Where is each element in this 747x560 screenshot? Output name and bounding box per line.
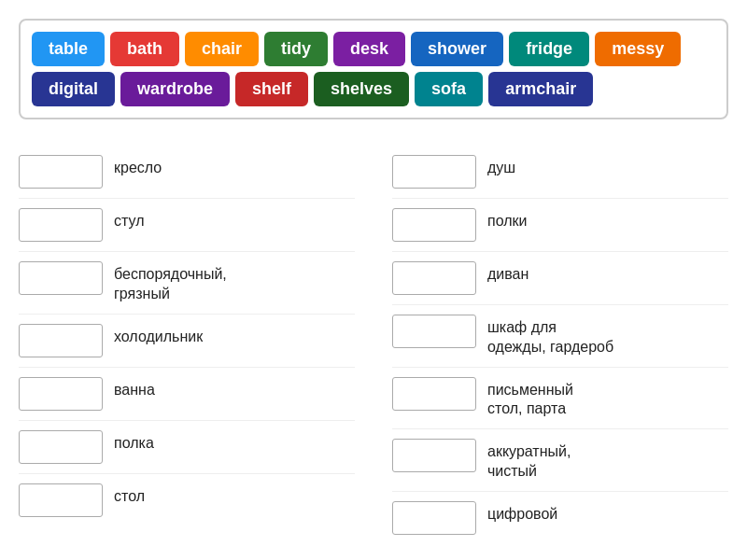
word-tile-messy[interactable]: messy [595,32,681,66]
word-tile-tidy[interactable]: tidy [264,32,328,66]
left-label-4: ванна [114,377,155,400]
right-match-row-2: диван [392,252,728,305]
word-tile-desk[interactable]: desk [333,32,405,66]
word-tile-armchair[interactable]: armchair [488,72,593,106]
left-column: креслостулбеспорядочный, грязныйхолодиль… [19,146,355,544]
left-match-row-3: холодильник [19,315,355,368]
right-label-1: полки [487,208,527,231]
right-answer-box-6[interactable] [392,501,476,535]
word-tile-digital[interactable]: digital [32,72,115,106]
word-tile-shower[interactable]: shower [411,32,503,66]
left-answer-box-1[interactable] [19,208,103,242]
left-answer-box-4[interactable] [19,377,103,411]
right-label-5: аккуратный, чистый [487,439,571,482]
right-match-row-5: аккуратный, чистый [392,429,728,492]
left-answer-box-3[interactable] [19,324,103,357]
word-tile-shelves[interactable]: shelves [314,72,409,106]
left-match-row-4: ванна [19,368,355,421]
left-match-row-6: стол [19,474,355,526]
left-answer-box-2[interactable] [19,261,103,295]
right-answer-box-4[interactable] [392,377,476,411]
right-match-row-6: цифровой [392,492,728,544]
left-match-row-1: стул [19,199,355,252]
right-label-4: письменный стол, парта [487,377,573,420]
right-answer-box-3[interactable] [392,315,476,348]
right-label-3: шкаф для одежды, гардероб [487,315,613,357]
left-label-0: кресло [114,155,162,178]
left-match-row-5: полка [19,421,355,474]
right-answer-box-1[interactable] [392,208,476,242]
word-tile-bath[interactable]: bath [110,32,179,66]
right-match-row-1: полки [392,199,728,252]
right-column: душполкидиваншкаф для одежды, гардеробпи… [392,146,728,544]
word-tile-fridge[interactable]: fridge [509,32,589,66]
word-tile-chair[interactable]: chair [185,32,259,66]
left-answer-box-5[interactable] [19,430,103,464]
left-answer-box-6[interactable] [19,483,103,517]
left-label-1: стул [114,208,145,231]
right-label-0: душ [487,155,515,178]
right-answer-box-5[interactable] [392,439,476,472]
left-label-5: полка [114,430,154,454]
right-match-row-0: душ [392,146,728,199]
left-label-2: беспорядочный, грязный [114,261,227,304]
right-answer-box-0[interactable] [392,155,476,189]
word-tile-shelf[interactable]: shelf [235,72,308,106]
word-tile-table[interactable]: table [32,32,105,66]
right-label-6: цифровой [487,501,557,525]
right-match-row-4: письменный стол, парта [392,368,728,430]
right-match-row-3: шкаф для одежды, гардероб [392,305,728,368]
left-match-row-2: беспорядочный, грязный [19,252,355,315]
left-answer-box-0[interactable] [19,155,103,189]
right-answer-box-2[interactable] [392,261,476,295]
left-label-3: холодильник [114,324,203,347]
left-label-6: стол [114,483,145,507]
word-tile-sofa[interactable]: sofa [415,72,483,106]
match-area: креслостулбеспорядочный, грязныйхолодиль… [19,146,728,544]
word-tile-wardrobe[interactable]: wardrobe [120,72,230,106]
right-label-2: диван [487,261,529,285]
left-match-row-0: кресло [19,146,355,199]
word-bank-container: tablebathchairtidydeskshowerfridgemessyd… [19,19,728,119]
